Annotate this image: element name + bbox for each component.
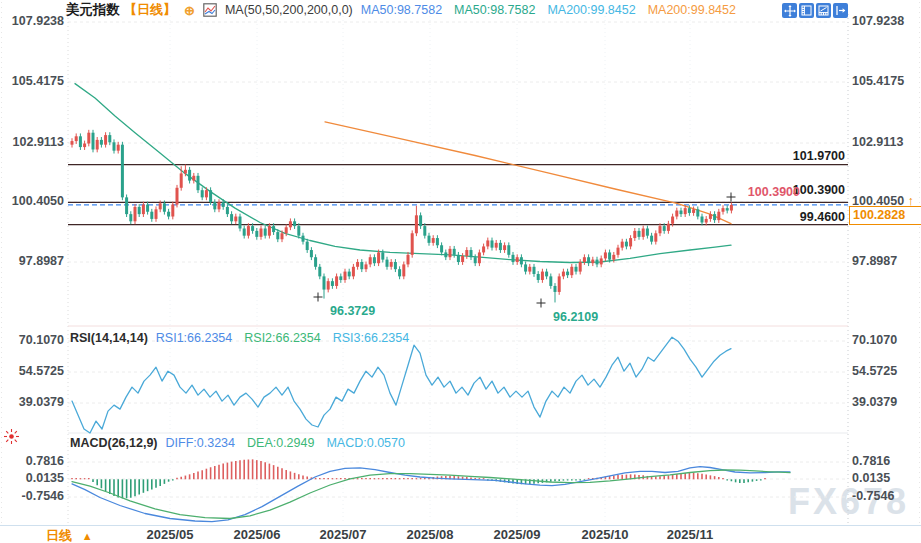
month-label: 2025/09 — [477, 527, 557, 542]
month-label: 2025/10 — [565, 527, 645, 542]
period-label: 日线 — [46, 528, 72, 543]
chevron-up-icon: ▲ — [82, 530, 93, 542]
add-indicator-icon[interactable]: ⊕ — [184, 3, 195, 18]
time-axis-bar: 日线 ▲ 2025/052025/062025/072025/082025/09… — [0, 525, 921, 542]
month-label: 2025/07 — [303, 527, 383, 542]
month-label: 2025/05 — [130, 527, 210, 542]
chart-app-window: { "header": { "title": "美元指数", "period_t… — [0, 0, 921, 543]
month-label: 2025/11 — [650, 527, 730, 542]
chart-canvas — [0, 0, 921, 543]
month-label: 2025/08 — [390, 527, 470, 542]
month-label: 2025/06 — [217, 527, 297, 542]
period-selector-button[interactable]: 日线 ▲ — [46, 527, 93, 543]
chart-type-icon[interactable] — [203, 3, 217, 17]
